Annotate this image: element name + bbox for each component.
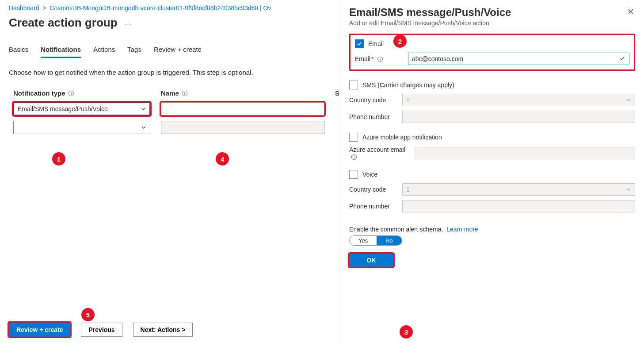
azure-push-checkbox[interactable] <box>349 133 358 142</box>
schema-toggle-no[interactable]: No <box>377 236 402 245</box>
valid-check-icon <box>619 55 625 63</box>
svg-point-10 <box>354 156 354 157</box>
more-actions-button[interactable]: … <box>125 19 133 27</box>
voice-phone-input[interactable] <box>402 200 635 212</box>
notification-type-dropdown[interactable]: Email/SMS message/Push/Voice <box>13 102 150 116</box>
chevron-down-icon <box>626 187 631 192</box>
page-title: Create action group <box>9 16 118 30</box>
sms-phone-input[interactable] <box>402 111 635 123</box>
voice-checkbox-label: Voice <box>362 171 377 178</box>
chevron-down-icon <box>141 125 146 130</box>
email-checkbox-label: Email <box>368 40 384 47</box>
review-create-button[interactable]: Review + create <box>9 323 70 337</box>
breadcrumb-dashboard[interactable]: Dashboard <box>9 4 39 12</box>
azure-push-label: Azure mobile app notification <box>362 134 442 141</box>
svg-rect-2 <box>71 92 71 94</box>
tab-tags[interactable]: Tags <box>127 46 141 58</box>
next-actions-button[interactable]: Next: Actions > <box>133 323 193 337</box>
previous-button[interactable]: Previous <box>81 323 122 337</box>
notification-name-input[interactable] <box>161 102 324 116</box>
email-checkbox[interactable] <box>355 39 364 48</box>
info-icon[interactable] <box>68 90 74 96</box>
col-header-notification-type: Notification type <box>13 89 150 97</box>
annotation-badge-1: 1 <box>52 152 65 166</box>
email-section-highlight: Email Email* abc@contoso.com <box>349 34 635 71</box>
azure-email-input[interactable] <box>415 147 635 159</box>
learn-more-link[interactable]: Learn more <box>446 226 478 233</box>
annotation-badge-3: 3 <box>400 325 413 339</box>
voice-country-code-label: Country code <box>349 186 399 193</box>
email-input-value: abc@contoso.com <box>412 55 463 62</box>
sms-phone-label: Phone number <box>349 113 399 120</box>
notification-name-input-2-disabled <box>161 121 324 134</box>
svg-rect-8 <box>380 59 381 61</box>
close-button[interactable] <box>627 8 634 16</box>
info-icon[interactable] <box>182 90 188 96</box>
detail-panel: Email/SMS message/Push/Voice Add or edit… <box>339 0 644 343</box>
breadcrumb-resource[interactable]: CosmosDB-MongoDB-mongodb-vcore-cluster01… <box>50 4 271 12</box>
annotation-badge-4: 4 <box>216 152 229 166</box>
svg-rect-11 <box>354 157 354 158</box>
tab-notifications[interactable]: Notifications <box>41 46 81 58</box>
schema-toggle-yes[interactable]: Yes <box>350 236 377 245</box>
azure-email-label: Azure account email <box>349 146 411 160</box>
dropdown-value: Email/SMS message/Push/Voice <box>18 105 108 112</box>
tab-actions[interactable]: Actions <box>93 46 115 58</box>
svg-point-7 <box>380 58 381 59</box>
sms-checkbox[interactable] <box>349 81 358 89</box>
panel-title: Email/SMS message/Push/Voice <box>349 6 635 19</box>
svg-point-4 <box>184 92 185 92</box>
ok-button[interactable]: OK <box>349 254 393 267</box>
email-input[interactable]: abc@contoso.com <box>408 53 629 65</box>
panel-subtitle: Add or edit Email/SMS message/Push/Voice… <box>349 19 635 27</box>
info-icon[interactable] <box>377 56 383 62</box>
tab-review[interactable]: Review + create <box>154 46 202 58</box>
notification-type-dropdown-2[interactable] <box>13 121 150 134</box>
common-alert-schema-text: Enable the common alert schema. <box>349 226 443 233</box>
voice-country-code-select[interactable]: 1 <box>402 183 635 196</box>
annotation-badge-5: 5 <box>81 308 95 321</box>
sms-checkbox-label: SMS (Carrier charges may apply) <box>362 81 454 89</box>
annotation-badge-2: 2 <box>393 35 407 48</box>
breadcrumb-sep: > <box>42 4 46 12</box>
chevron-down-icon <box>626 97 631 103</box>
info-icon[interactable] <box>351 154 357 160</box>
email-field-label: Email* <box>355 55 404 62</box>
sms-country-code-label: Country code <box>349 96 399 104</box>
tab-basics[interactable]: Basics <box>9 46 28 58</box>
col-header-name: Name <box>161 89 324 97</box>
sms-country-code-select[interactable]: 1 <box>402 94 635 106</box>
chevron-down-icon <box>141 106 146 112</box>
voice-phone-label: Phone number <box>349 203 399 210</box>
svg-point-1 <box>71 92 72 92</box>
voice-checkbox[interactable] <box>349 170 358 179</box>
svg-rect-5 <box>184 92 185 94</box>
schema-toggle[interactable]: Yes No <box>349 235 402 246</box>
